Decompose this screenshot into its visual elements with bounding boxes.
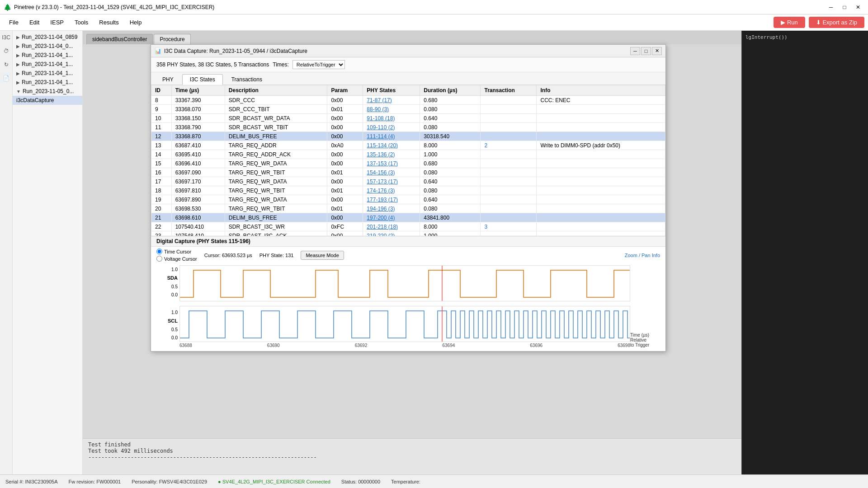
table-cell[interactable]: 135-136 (2) xyxy=(363,150,420,159)
table-row[interactable]: 1963697.890TARG_REQ_WR_DATA0x00177-193 (… xyxy=(151,195,665,204)
col-description[interactable]: Description xyxy=(225,85,327,96)
sidebar-item-run4[interactable]: ▶ Run_2023-11-04_1... xyxy=(13,60,82,69)
table-cell[interactable]: 3 xyxy=(481,222,537,231)
col-id[interactable]: ID xyxy=(151,85,172,96)
maximize-button[interactable]: □ xyxy=(838,3,851,12)
table-cell[interactable]: 197-200 (4) xyxy=(363,213,420,222)
sda-label: SDA xyxy=(167,275,178,281)
menu-iesp[interactable]: IESP xyxy=(45,17,69,28)
sidebar-item-run7[interactable]: ▼ Run_2023-11-05_0... xyxy=(13,87,82,96)
sda-tick-00: 0.0 xyxy=(171,292,178,297)
table-cell[interactable]: 2 xyxy=(481,141,537,150)
strip-icon-1[interactable]: I3C xyxy=(1,33,11,42)
table-cell xyxy=(481,186,537,195)
table-cell[interactable]: 109-110 (2) xyxy=(363,123,420,132)
sidebar-item-run3[interactable]: ▶ Run_2023-11-04_1... xyxy=(13,51,82,60)
table-row[interactable]: 1363687.410TARG_REQ_ADDR0xA0115-134 (20)… xyxy=(151,141,665,150)
sidebar-item-capture1[interactable]: i3cDataCapture xyxy=(13,96,82,105)
table-cell: 0x00 xyxy=(327,132,363,141)
table-cell[interactable]: 201-218 (18) xyxy=(363,222,420,231)
sidebar-item-run5[interactable]: ▶ Run_2023-11-04_1... xyxy=(13,69,82,78)
zoom-pan-info[interactable]: Zoom / Pan Info xyxy=(625,253,660,258)
table-cell: 22 xyxy=(151,222,172,231)
data-table-container[interactable]: ID Time (µs) Description Param PHY State… xyxy=(151,85,665,236)
time-cursor-input[interactable] xyxy=(156,249,162,254)
table-row[interactable]: 2063698.530TARG_REQ_WR_TBIT0x01194-196 (… xyxy=(151,204,665,213)
table-cell[interactable]: 111-114 (4) xyxy=(363,132,420,141)
col-time[interactable]: Time (µs) xyxy=(171,85,225,96)
table-cell[interactable]: 157-173 (17) xyxy=(363,177,420,186)
dialog-tab-i3c[interactable]: I3C States xyxy=(182,74,223,85)
table-cell[interactable]: 137-153 (17) xyxy=(363,159,420,168)
strip-icon-2[interactable]: ⏱ xyxy=(1,46,11,56)
table-cell[interactable]: 91-108 (18) xyxy=(363,114,420,123)
sidebar-item-run2[interactable]: ▶ Run_2023-11-04_0... xyxy=(13,42,82,51)
col-phy-states[interactable]: PHY States xyxy=(363,85,420,96)
col-info[interactable]: Info xyxy=(537,85,665,96)
table-cell: 15 xyxy=(151,159,172,168)
dialog-close-button[interactable]: ✕ xyxy=(652,47,662,55)
table-cell[interactable]: 219-220 (2) xyxy=(363,231,420,236)
measure-mode-button[interactable]: Measure Mode xyxy=(301,251,344,260)
table-row[interactable]: 1463695.410TARG_REQ_ADDR_ACK0x00135-136 … xyxy=(151,150,665,159)
table-cell[interactable]: 194-196 (3) xyxy=(363,204,420,213)
table-cell: TARG_REQ_WR_TBIT xyxy=(225,204,327,213)
menu-help[interactable]: Help xyxy=(124,17,147,28)
table-row[interactable]: 1663697.090TARG_REQ_WR_TBIT0x01154-156 (… xyxy=(151,168,665,177)
close-button[interactable]: ✕ xyxy=(852,3,864,12)
menu-items: File Edit IESP Tools Results Help xyxy=(4,17,147,28)
voltage-cursor-input[interactable] xyxy=(156,256,162,262)
col-duration[interactable]: Duration (µs) xyxy=(420,85,481,96)
table-cell: SDR_CCC_TBIT xyxy=(225,105,327,114)
table-cell xyxy=(481,96,537,105)
col-transaction[interactable]: Transaction xyxy=(481,85,537,96)
time-cursor-radio[interactable]: Time Cursor xyxy=(156,249,197,254)
table-row[interactable]: 1233368.870DELIM_BUS_FREE0x00111-114 (4)… xyxy=(151,132,665,141)
table-row[interactable]: 1863697.810TARG_REQ_WR_TBIT0x01174-176 (… xyxy=(151,186,665,195)
minimize-button[interactable]: ─ xyxy=(825,3,837,12)
to-trigger-label: to Trigger xyxy=(630,343,649,347)
table-cell[interactable]: 174-176 (3) xyxy=(363,186,420,195)
sda-chart xyxy=(179,265,630,301)
table-row[interactable]: 1763697.170TARG_REQ_WR_DATA0x00157-173 (… xyxy=(151,177,665,186)
table-row[interactable]: 1133368.790SDR_BCAST_WR_TBIT0x00109-110 … xyxy=(151,123,665,132)
menu-edit[interactable]: Edit xyxy=(24,17,45,28)
strip-icon-refresh[interactable]: ↻ xyxy=(1,60,11,70)
table-cell[interactable]: 177-193 (17) xyxy=(363,195,420,204)
export-zip-button[interactable]: ⬇ Export as Zip xyxy=(809,17,864,28)
table-row[interactable]: 1563696.410TARG_REQ_WR_DATA0x00137-153 (… xyxy=(151,159,665,168)
voltage-cursor-radio[interactable]: Voltage Cursor xyxy=(156,256,197,262)
dialog-maximize-button[interactable]: □ xyxy=(641,47,651,55)
x-label-3: 63694 xyxy=(442,343,455,348)
table-cell: 13 xyxy=(151,141,172,150)
strip-icon-doc[interactable]: 📄 xyxy=(1,73,11,83)
table-cell: Write to DIMM0-SPD (addr 0x50) xyxy=(537,141,665,150)
dialog-tab-transactions[interactable]: Transactions xyxy=(224,74,270,84)
table-cell[interactable]: 88-90 (3) xyxy=(363,105,420,114)
table-row[interactable]: 22107540.410SDR_BCAST_I3C_WR0xFC201-218 … xyxy=(151,222,665,231)
table-cell: 0.640 xyxy=(420,114,481,123)
dialog-minimize-button[interactable]: ─ xyxy=(630,47,640,55)
sidebar-item-run1[interactable]: ▶ Run_2023-11-04_0859 xyxy=(13,33,82,42)
table-row[interactable]: 2163698.610DELIM_BUS_FREE0x00197-200 (4)… xyxy=(151,213,665,222)
table-cell: 33368.790 xyxy=(171,123,225,132)
table-row[interactable]: 1033368.150SDR_BCAST_WR_DATA0x0091-108 (… xyxy=(151,114,665,123)
table-cell[interactable]: 115-134 (20) xyxy=(363,141,420,150)
table-row[interactable]: 833367.390SDR_CCC0x0071-87 (17)0.680CCC:… xyxy=(151,96,665,105)
menu-tools[interactable]: Tools xyxy=(69,17,94,28)
menu-file[interactable]: File xyxy=(4,17,24,28)
sda-tick-10: 1.0 xyxy=(171,267,178,272)
table-row[interactable]: 23107548.410SDR_BCAST_I3C_ACK0x00219-220… xyxy=(151,231,665,236)
run-button[interactable]: ▶ Run xyxy=(774,17,805,28)
status-fw: Fw revision: FW000001 xyxy=(69,479,121,484)
dialog-summary: 358 PHY States, 38 I3C States, 5 Transac… xyxy=(156,61,269,68)
table-cell[interactable]: 154-156 (3) xyxy=(363,168,420,177)
times-select[interactable]: RelativeToTrigger xyxy=(292,60,345,69)
col-param[interactable]: Param xyxy=(327,85,363,96)
table-cell[interactable]: 71-87 (17) xyxy=(363,96,420,105)
table-row[interactable]: 933368.070SDR_CCC_TBIT0x0188-90 (3)0.080 xyxy=(151,105,665,114)
dialog-tab-phy[interactable]: PHY xyxy=(155,74,181,84)
table-cell: 0x00 xyxy=(327,213,363,222)
sidebar-item-run6[interactable]: ▶ Run_2023-11-04_1... xyxy=(13,78,82,87)
menu-results[interactable]: Results xyxy=(94,17,124,28)
